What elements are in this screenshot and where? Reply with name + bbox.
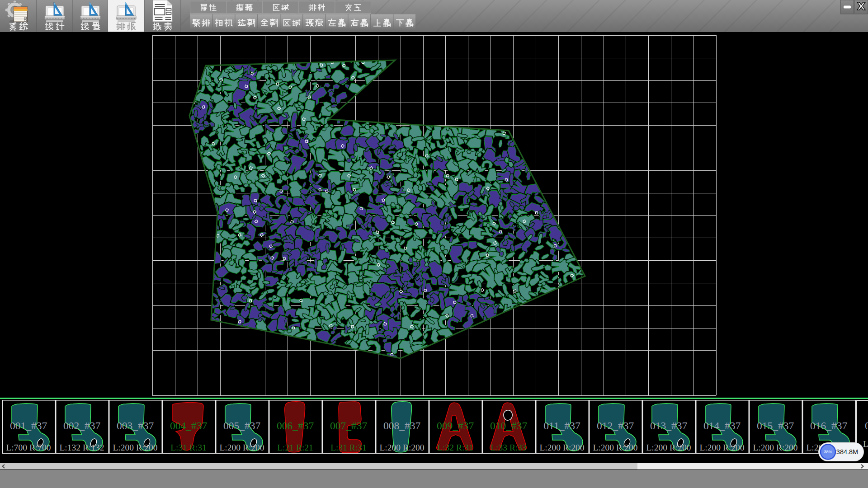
svg-text:38%: 38% <box>824 450 832 454</box>
svg-text:001_#37: 001_#37 <box>10 420 47 432</box>
svg-text:016_#37: 016_#37 <box>810 420 848 432</box>
svg-text:L:132 R:132: L:132 R:132 <box>59 443 104 452</box>
svg-text:0: 0 <box>865 420 868 432</box>
svg-text:015_#37: 015_#37 <box>757 420 794 432</box>
svg-text:L:33 R:33: L:33 R:33 <box>491 443 527 452</box>
svg-text:007_#37: 007_#37 <box>330 420 368 432</box>
svg-text:L:200 R:200: L:200 R:200 <box>379 443 424 452</box>
svg-text:L:700 R:700: L:700 R:700 <box>6 443 51 452</box>
svg-text:010_#37: 010_#37 <box>490 420 528 432</box>
svg-text:012_#37: 012_#37 <box>597 420 634 432</box>
svg-text:L:32 R:31: L:32 R:31 <box>437 443 473 452</box>
svg-text:L: L <box>863 439 868 449</box>
svg-text:L:200 R:200: L:200 R:200 <box>699 443 744 452</box>
svg-text:L:31 R:31: L:31 R:31 <box>330 443 367 452</box>
svg-text:014_#37: 014_#37 <box>703 420 741 432</box>
svg-text:L:200 R:200: L:200 R:200 <box>753 443 797 452</box>
svg-text:013_#37: 013_#37 <box>650 420 688 432</box>
svg-text:005_#37: 005_#37 <box>223 420 261 432</box>
svg-text:009_#37: 009_#37 <box>437 420 474 432</box>
svg-text:L:200 R:200: L:200 R:200 <box>539 443 584 452</box>
svg-text:L:200 R:200: L:200 R:200 <box>646 443 691 452</box>
svg-text:384.8M: 384.8M <box>836 448 858 455</box>
svg-text:003_#37: 003_#37 <box>117 420 154 432</box>
svg-text:008_#37: 008_#37 <box>383 420 421 432</box>
svg-text:011_#37: 011_#37 <box>543 420 580 432</box>
svg-text:L:200 R:200: L:200 R:200 <box>219 443 264 452</box>
svg-text:004_#37: 004_#37 <box>170 420 208 432</box>
svg-text:L:200 R:200: L:200 R:200 <box>593 443 637 452</box>
svg-text:L:200 R:200: L:200 R:200 <box>113 443 157 452</box>
svg-text:002_#37: 002_#37 <box>63 420 101 432</box>
svg-text:L:21 R:21: L:21 R:21 <box>277 443 313 452</box>
svg-text:L:31 R:31: L:31 R:31 <box>170 443 207 452</box>
svg-text:006_#37: 006_#37 <box>277 420 314 432</box>
